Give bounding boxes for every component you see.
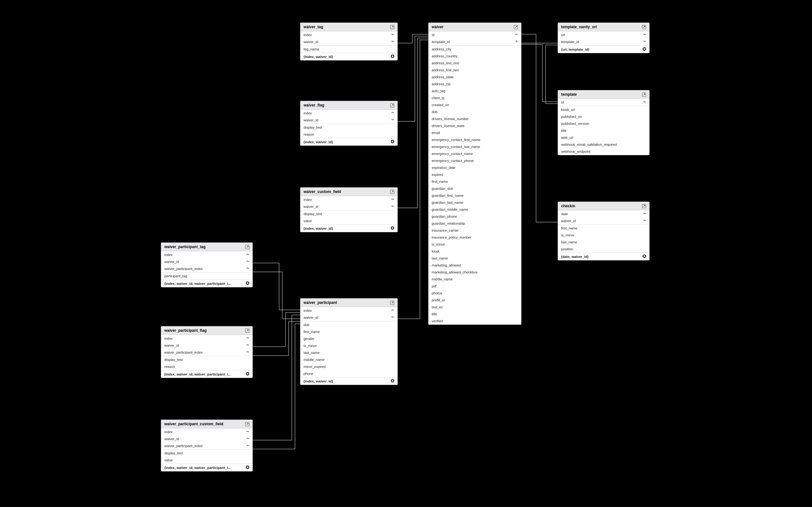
table-waiver_flag[interactable]: waiver_flag index waiver_id display_text…: [300, 101, 398, 146]
table-header[interactable]: waiver_participant_custom_field: [161, 420, 252, 429]
column-waiver_id[interactable]: waiver_id: [300, 314, 397, 321]
column-kiosk[interactable]: kiosk: [428, 248, 521, 255]
table-header[interactable]: waiver_tag: [300, 23, 397, 32]
column-guardian_first_name[interactable]: guardian_first_name: [428, 192, 521, 199]
column-insurance_carrier[interactable]: insurance_carrier: [428, 227, 521, 234]
index-row[interactable]: (index, waiver_id): [300, 377, 397, 385]
column-waiver_participant_index[interactable]: waiver_participant_index: [161, 265, 252, 272]
column-waiver_participant_index[interactable]: waiver_participant_index: [161, 442, 252, 449]
column-display_text[interactable]: display_text: [300, 210, 397, 217]
column-template_id[interactable]: template_id: [558, 38, 649, 45]
expand-icon[interactable]: [390, 103, 394, 107]
column-guardian_phone[interactable]: guardian_phone: [428, 213, 521, 220]
column-tag_name[interactable]: tag_name: [300, 45, 397, 53]
column-index[interactable]: index: [300, 307, 397, 314]
column-address_country[interactable]: address_country: [428, 53, 521, 60]
column-webhook_endpoint[interactable]: webhook_endpoint: [558, 148, 649, 155]
column-index[interactable]: index: [161, 251, 252, 258]
column-drivers_license_state[interactable]: drivers_license_state: [428, 122, 521, 129]
column-id[interactable]: id: [428, 32, 521, 38]
column-template_id[interactable]: template_id: [428, 38, 521, 45]
column-email[interactable]: email: [428, 129, 521, 136]
column-display_text[interactable]: display_text: [161, 449, 252, 457]
index-row[interactable]: (index, waiver_id, waiver_participant_i.…: [161, 279, 252, 287]
column-title[interactable]: title: [428, 311, 521, 318]
column-waiver_id[interactable]: waiver_id: [558, 217, 649, 224]
column-waiver_id[interactable]: waiver_id: [300, 38, 397, 45]
column-published_version[interactable]: published_version: [558, 120, 649, 127]
table-template[interactable]: template id kiosk_url published_on publi…: [558, 90, 650, 155]
column-auto_tag[interactable]: auto_tag: [428, 88, 521, 95]
table-waiver_participant_custom_field[interactable]: waiver_participant_custom_field index wa…: [161, 419, 253, 471]
column-waiver_id[interactable]: waiver_id: [300, 203, 397, 210]
expand-icon[interactable]: [514, 25, 518, 29]
column-index[interactable]: index: [300, 110, 397, 117]
expand-icon[interactable]: [245, 329, 249, 333]
index-row[interactable]: (index, waiver_id, waiver_participant_i.…: [161, 370, 252, 378]
table-header[interactable]: waiver_participant_flag: [161, 326, 252, 335]
table-header[interactable]: waiver_participant: [300, 298, 397, 307]
table-header[interactable]: waiver_flag: [300, 101, 397, 110]
column-emergency_contact_name[interactable]: emergency_contact_name: [428, 150, 521, 157]
column-date[interactable]: date: [558, 210, 649, 217]
column-is_minor[interactable]: is_minor: [558, 232, 649, 239]
column-waiver_id[interactable]: waiver_id: [300, 117, 397, 124]
expand-icon[interactable]: [245, 422, 249, 426]
column-last_name[interactable]: last_name: [558, 239, 649, 245]
column-minor_expired[interactable]: minor_expired: [300, 363, 397, 370]
column-waiver_participant_index[interactable]: waiver_participant_index: [161, 349, 252, 356]
column-display_text[interactable]: display_text: [300, 124, 397, 131]
column-display_text[interactable]: display_text: [161, 356, 252, 363]
column-created_on[interactable]: created_on: [428, 101, 521, 108]
column-guardian_middle_name[interactable]: guardian_middle_name: [428, 206, 521, 213]
table-checkin[interactable]: checkin date waiver_id first_name is_min…: [558, 202, 650, 261]
column-photos[interactable]: photos: [428, 290, 521, 297]
table-header[interactable]: checkin: [558, 202, 649, 210]
expand-icon[interactable]: [390, 190, 394, 194]
column-expiration_date[interactable]: expiration_date: [428, 164, 521, 171]
column-waiver_id[interactable]: waiver_id: [161, 435, 252, 442]
column-waiver_id[interactable]: waiver_id: [161, 258, 252, 265]
column-first_name[interactable]: first_name: [300, 328, 397, 335]
table-waiver_tag[interactable]: waiver_tag index waiver_id tag_name (ind…: [300, 22, 398, 60]
column-insurance_policy_number[interactable]: insurance_policy_number: [428, 234, 521, 241]
column-reason[interactable]: reason: [300, 131, 397, 138]
column-guardian_last_name[interactable]: guardian_last_name: [428, 199, 521, 206]
expand-icon[interactable]: [642, 93, 646, 97]
column-value[interactable]: value: [161, 457, 252, 464]
column-last_name[interactable]: last_name: [300, 349, 397, 356]
column-address_line_one[interactable]: address_line_one: [428, 60, 521, 66]
column-webhook_email_validation_required[interactable]: webhook_email_validation_required: [558, 141, 649, 148]
expand-icon[interactable]: [245, 245, 249, 249]
column-address_line_two[interactable]: address_line_two: [428, 66, 521, 73]
table-header[interactable]: waiver: [428, 23, 521, 32]
table-waiver_participant_flag[interactable]: waiver_participant_flag index waiver_id …: [161, 326, 253, 378]
column-emergency_contact_phone[interactable]: emergency_contact_phone: [428, 157, 521, 164]
column-phone[interactable]: phone: [300, 370, 397, 377]
column-prefill_id[interactable]: prefill_id: [428, 297, 521, 303]
column-first_name[interactable]: first_name: [428, 178, 521, 185]
column-web_url[interactable]: web_url: [558, 134, 649, 141]
index-row[interactable]: (index, waiver_id): [300, 224, 397, 232]
table-waiver_participant[interactable]: waiver_participant index waiver_id dob f…: [300, 298, 398, 385]
column-index[interactable]: index: [161, 429, 252, 435]
index-row[interactable]: (url, template_id): [558, 45, 649, 53]
column-guardian_dob[interactable]: guardian_dob: [428, 185, 521, 192]
column-title[interactable]: title: [558, 127, 649, 134]
column-position[interactable]: position: [558, 245, 649, 252]
column-address_city[interactable]: address_city: [428, 45, 521, 53]
expand-icon[interactable]: [390, 301, 394, 305]
column-index[interactable]: index: [300, 196, 397, 203]
column-drivers_license_number[interactable]: drivers_license_number: [428, 115, 521, 122]
column-published_on[interactable]: published_on: [558, 113, 649, 120]
column-marketing_allowed_checkbox[interactable]: marketing_allowed_checkbox: [428, 269, 521, 276]
table-header[interactable]: template_vanity_url: [558, 23, 649, 32]
table-waiver_participant_tag[interactable]: waiver_participant_tag index waiver_id w…: [161, 242, 253, 287]
column-id[interactable]: id: [558, 99, 649, 106]
column-address_state[interactable]: address_state: [428, 73, 521, 80]
expand-icon[interactable]: [642, 25, 646, 29]
table-waiver[interactable]: waiver id template_id address_city addre…: [428, 22, 521, 325]
column-index[interactable]: index: [161, 335, 252, 342]
table-waiver_custom_field[interactable]: waiver_custom_field index waiver_id disp…: [300, 187, 398, 232]
expand-icon[interactable]: [390, 25, 394, 29]
